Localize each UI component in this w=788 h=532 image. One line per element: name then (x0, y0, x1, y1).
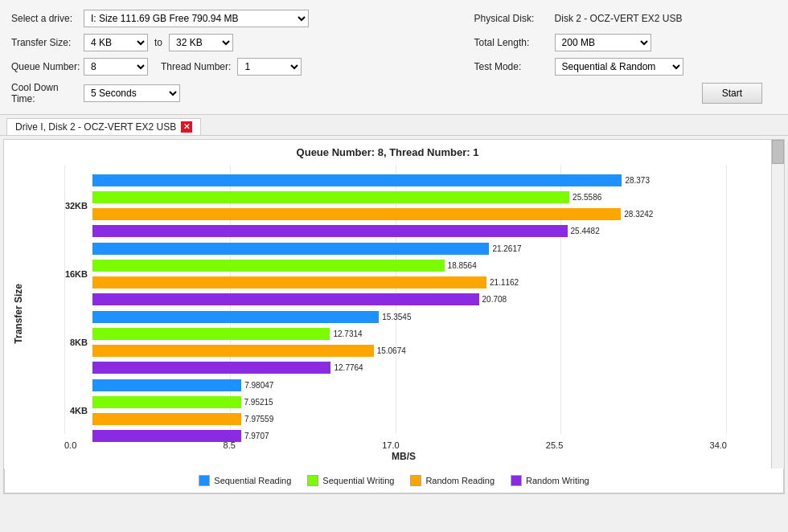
test-mode-label: Test Mode: (473, 55, 553, 79)
bar-row: 7.95215 (92, 395, 727, 409)
bar-row: 28.3242 (92, 207, 727, 221)
chart-wrapper: Queue Number: 8, Thread Number: 1 Transf… (3, 139, 785, 494)
bar-row: 21.2617 (92, 241, 727, 256)
chart-bars-area: Transfer Size (4, 165, 771, 462)
bar-fill (92, 328, 330, 340)
plot: 32KB28.37325.558628.324225.448216KB21.26… (36, 165, 771, 462)
start-button-cell: Start (553, 79, 778, 108)
bar-fill (92, 225, 568, 237)
queue-number-cell: 8 Thread Number: 1 (82, 55, 473, 79)
start-button[interactable]: Start (702, 83, 762, 104)
bar-value-label: 20.708 (482, 295, 507, 304)
bar-group-8KB: 8KB15.354512.731415.067412.7764 (64, 309, 727, 374)
bar-fill (92, 396, 241, 408)
bar-row: 12.7314 (92, 326, 727, 341)
test-mode-select[interactable]: Sequential & Random (555, 58, 683, 76)
bar-value-label: 7.98047 (244, 381, 273, 390)
legend-item: Sequential Reading (199, 475, 291, 486)
bar-value-label: 15.3545 (382, 313, 411, 321)
group-size-label-8KB: 8KB (64, 338, 92, 347)
legend-item-label: Sequential Reading (214, 476, 291, 485)
bar-row: 28.373 (92, 173, 727, 187)
bar-fill (92, 345, 374, 357)
bar-fill (92, 362, 330, 374)
chart-title: Queue Number: 8, Thread Number: 1 (4, 146, 771, 158)
group-size-label-16KB: 16KB (64, 269, 92, 279)
bars-col-16KB: 21.261718.856421.116220.708 (92, 241, 727, 306)
bar-value-label: 7.95215 (244, 398, 273, 407)
chart-main: Queue Number: 8, Thread Number: 1 Transf… (4, 140, 784, 469)
x-tick: 8.5 (224, 440, 236, 450)
tab-label: Drive I, Disk 2 - OCZ-VERT EX2 USB (15, 121, 176, 133)
total-length-select[interactable]: 200 MB (555, 34, 651, 51)
legend: Sequential ReadingSequential WritingRand… (4, 469, 784, 493)
physical-disk-label: Physical Disk: (473, 6, 553, 31)
bar-row: 21.1162 (92, 275, 727, 289)
legend-color-swatch (511, 475, 522, 486)
bar-fill (92, 208, 621, 220)
legend-color-swatch (410, 475, 421, 486)
legend-item-label: Sequential Writing (322, 476, 394, 485)
bar-fill (92, 311, 379, 323)
scrollbar-thumb[interactable] (772, 140, 784, 164)
bar-fill (92, 243, 489, 255)
group-size-label-32KB: 32KB (64, 201, 92, 211)
thread-number-label: Thread Number: (161, 61, 231, 72)
total-length-cell: 200 MB (553, 31, 778, 55)
bar-value-label: 12.7764 (334, 363, 363, 372)
x-axis-title: MB/S (36, 451, 771, 462)
x-tick: 17.0 (382, 440, 399, 450)
tab-close-icon[interactable]: ✕ (181, 121, 192, 133)
bar-fill (92, 191, 569, 203)
bar-row: 12.7764 (92, 360, 727, 374)
queue-number-label: Queue Number: (10, 55, 82, 79)
drive-select[interactable]: I: Size 111.69 GB Free 790.94 MB (84, 10, 309, 27)
transfer-size-to-select[interactable]: 32 KB (169, 34, 233, 51)
bar-group-4KB: 4KB7.980477.952157.975597.9707 (64, 378, 727, 443)
queue-number-select[interactable]: 8 (84, 58, 148, 76)
bar-value-label: 21.1162 (490, 278, 519, 287)
x-tick: 0.0 (64, 440, 76, 450)
bar-fill (92, 174, 622, 186)
legend-color-swatch (307, 475, 318, 486)
bar-row: 25.5586 (92, 190, 727, 204)
group-size-label-4KB: 4KB (64, 406, 92, 415)
bar-value-label: 18.8564 (448, 261, 477, 270)
bar-value-label: 21.2617 (492, 244, 521, 253)
bar-value-label: 7.97559 (244, 415, 273, 424)
thread-number-select[interactable]: 1 (237, 58, 302, 76)
bar-value-label: 7.9707 (244, 432, 269, 440)
drive-select-cell: I: Size 111.69 GB Free 790.94 MB (82, 6, 473, 31)
bar-value-label: 25.5586 (573, 193, 601, 202)
top-panel: Select a drive: I: Size 111.69 GB Free 7… (0, 0, 788, 115)
tab-bar: Drive I, Disk 2 - OCZ-VERT EX2 USB ✕ (0, 115, 788, 136)
transfer-size-cell: 4 KB to 32 KB (82, 31, 473, 55)
x-axis-ticks: 0.08.517.025.534.0 (64, 440, 727, 450)
legend-item: Random Reading (410, 475, 495, 486)
bar-row: 20.708 (92, 292, 727, 306)
bar-value-label: 25.4482 (571, 227, 600, 235)
drive-label: Select a drive: (10, 6, 82, 31)
physical-disk-value: Disk 2 - OCZ-VERT EX2 USB (553, 6, 778, 31)
cool-down-select[interactable]: 5 Seconds (84, 84, 180, 102)
chart-tab[interactable]: Drive I, Disk 2 - OCZ-VERT EX2 USB ✕ (6, 118, 201, 135)
bar-row: 15.3545 (92, 309, 727, 324)
transfer-size-from-select[interactable]: 4 KB (84, 34, 148, 51)
scrollbar[interactable] (771, 140, 784, 469)
bars-col-32KB: 28.37325.558628.324225.4482 (92, 173, 727, 238)
bar-row: 25.4482 (92, 223, 727, 238)
bar-groups-container: 32KB28.37325.558628.324225.448216KB21.26… (64, 173, 727, 434)
legend-item: Sequential Writing (307, 475, 394, 486)
bar-value-label: 12.7314 (333, 329, 362, 338)
x-tick: 25.5 (546, 440, 563, 450)
legend-item: Random Writing (511, 475, 589, 486)
bar-row: 7.98047 (92, 378, 727, 392)
cool-down-label: Cool Down Time: (10, 79, 82, 108)
bar-row: 15.0674 (92, 343, 727, 358)
bar-row: 7.97559 (92, 411, 727, 426)
bar-fill (92, 260, 445, 272)
bar-group-32KB: 32KB28.37325.558628.324225.4482 (64, 173, 727, 238)
to-label: to (154, 37, 162, 48)
legend-item-label: Random Reading (425, 476, 495, 485)
bars-col-4KB: 7.980477.952157.975597.9707 (92, 378, 727, 443)
